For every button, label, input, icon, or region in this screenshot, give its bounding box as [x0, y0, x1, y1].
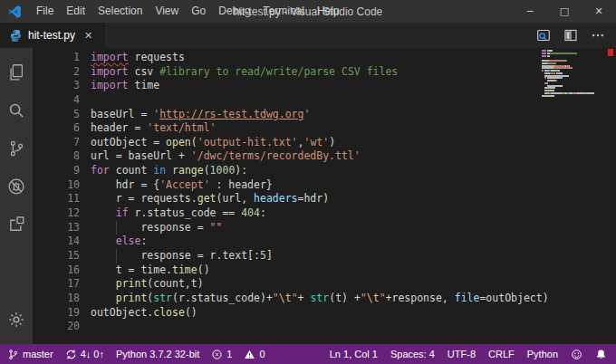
feedback-smiley[interactable]	[571, 349, 582, 360]
indentation[interactable]: Spaces: 4	[390, 349, 435, 359]
line-number[interactable]: 10	[33, 178, 80, 193]
tab-bar: hit-test.py ✕	[0, 23, 616, 48]
menu-view[interactable]: View	[149, 0, 185, 23]
branch-indicator-label: master	[23, 349, 53, 359]
line-number[interactable]: 3	[33, 79, 80, 93]
code-line-17: 17 print(count,t)	[33, 277, 616, 292]
line-number[interactable]: 5	[33, 108, 80, 122]
code-line-5: 5baseUrl = 'http://rs-test.tdwg.org'	[33, 108, 616, 122]
activitybar-settings[interactable]	[0, 301, 33, 339]
search-icon	[6, 101, 26, 120]
code-line-9: 9for count in range(1000):	[33, 164, 616, 178]
encoding[interactable]: UTF-8	[448, 349, 476, 359]
python-interpreter[interactable]: Python 3.7.2 32-bit	[116, 349, 199, 359]
menu-edit[interactable]: Edit	[60, 0, 91, 23]
tab-label: hit-test.py	[28, 29, 75, 42]
language-mode[interactable]: Python	[527, 349, 558, 359]
code-text: t = time.time()	[91, 263, 210, 278]
sync-icon	[65, 349, 77, 360]
error-count[interactable]: 1	[211, 349, 232, 360]
code-text: response = r.text[:5]	[91, 249, 273, 263]
menu-terminal[interactable]: Terminal	[257, 0, 311, 23]
menu-go[interactable]: Go	[185, 0, 212, 23]
warning-count[interactable]: 0	[244, 349, 265, 360]
line-number[interactable]: 4	[33, 93, 80, 108]
debug-icon	[6, 177, 26, 196]
code-line-14: 14 else:	[33, 235, 616, 249]
activitybar-source-control[interactable]	[0, 129, 33, 168]
line-number[interactable]: 2	[33, 65, 80, 80]
overview-ruler-error-marker	[608, 49, 613, 56]
source-control-icon	[6, 139, 26, 158]
line-number[interactable]: 19	[33, 306, 80, 321]
line-number[interactable]: 1	[33, 51, 80, 65]
open-preview-icon[interactable]	[536, 28, 551, 43]
line-number[interactable]: 9	[33, 164, 80, 178]
code-line-4: 4	[33, 93, 616, 108]
code-line-6: 6header = 'text/html'	[33, 121, 616, 136]
activitybar-explorer[interactable]	[0, 53, 33, 91]
activitybar-search[interactable]	[0, 91, 33, 129]
code-text: import csv #library to read/write/parse …	[91, 65, 398, 80]
code-line-20: 20	[33, 320, 616, 334]
code-line-3: 3import time	[33, 79, 616, 93]
python-interpreter-label: Python 3.7.2 32-bit	[116, 349, 199, 359]
code-text: baseUrl = 'http://rs-test.tdwg.org'	[91, 108, 310, 122]
editor-actions	[536, 23, 616, 48]
close-window-button[interactable]: ✕	[582, 0, 616, 23]
line-number[interactable]: 17	[33, 277, 80, 292]
line-number[interactable]: 13	[33, 221, 80, 235]
eol-sequence[interactable]: CRLF	[488, 349, 515, 359]
line-number[interactable]: 15	[33, 249, 80, 263]
line-number[interactable]: 20	[33, 320, 80, 334]
menu-help[interactable]: Help	[311, 0, 346, 23]
status-bar: master4↓ 0↑Python 3.7.2 32-bit10 Ln 1, C…	[0, 344, 616, 364]
indent-guide	[116, 221, 117, 235]
line-number[interactable]: 6	[33, 121, 80, 136]
encoding-label: UTF-8	[448, 349, 476, 359]
code-text: import time	[91, 79, 159, 93]
line-number[interactable]: 7	[33, 136, 80, 150]
minimap[interactable]	[542, 50, 602, 100]
code-line-18: 18 print(str(r.status_code)+"\t"+ str(t)…	[33, 292, 616, 306]
git-branch-icon	[7, 349, 19, 360]
menu-selection[interactable]: Selection	[91, 0, 149, 23]
menu-debug[interactable]: Debug	[212, 0, 256, 23]
line-number[interactable]: 12	[33, 206, 80, 221]
code-line-11: 11 r = requests.get(url, headers=hdr)	[33, 192, 616, 206]
code-text: r = requests.get(url, headers=hdr)	[91, 192, 329, 206]
sync-status-label: 4↓ 0↑	[81, 349, 104, 359]
explorer-icon	[6, 62, 26, 82]
code-line-12: 12 if r.status_code == 404:	[33, 206, 616, 221]
settings-icon	[6, 310, 26, 330]
line-number[interactable]: 8	[33, 149, 80, 164]
extensions-icon	[6, 215, 26, 235]
python-file-icon	[9, 29, 23, 43]
notifications-bell[interactable]	[595, 349, 607, 360]
activitybar-extensions[interactable]	[0, 206, 33, 244]
sync-status[interactable]: 4↓ 0↑	[65, 349, 104, 360]
branch-indicator[interactable]: master	[7, 349, 53, 360]
line-number[interactable]: 18	[33, 292, 80, 306]
maximize-window-button[interactable]: □	[547, 0, 582, 23]
line-number[interactable]: 11	[33, 192, 80, 206]
vscode-logo-icon	[7, 5, 22, 19]
line-number[interactable]: 14	[33, 235, 80, 249]
title-bar: FileEditSelectionViewGoDebugTerminalHelp…	[0, 0, 616, 23]
warning-count-label: 0	[259, 349, 265, 359]
tab-close-icon[interactable]: ✕	[84, 30, 92, 42]
indent-guide	[116, 249, 117, 263]
code-line-16: 16 t = time.time()	[33, 263, 616, 278]
more-actions-icon[interactable]	[591, 28, 605, 43]
tab-hit-test-py[interactable]: hit-test.py ✕	[0, 23, 105, 48]
menu-file[interactable]: File	[30, 0, 60, 23]
editor[interactable]: 1import requests2import csv #library to …	[33, 48, 616, 344]
code-line-8: 8url = baseUrl + '/dwc/terms/recordedBy.…	[33, 149, 616, 164]
code-text: print(str(r.status_code)+"\t"+ str(t) +"…	[91, 292, 549, 306]
split-editor-icon[interactable]	[563, 28, 578, 43]
error-count-label: 1	[226, 349, 232, 359]
minimize-window-button[interactable]: ─	[513, 0, 547, 23]
cursor-position[interactable]: Ln 1, Col 1	[330, 349, 378, 359]
activitybar-debug[interactable]	[0, 168, 33, 206]
line-number[interactable]: 16	[33, 263, 80, 278]
